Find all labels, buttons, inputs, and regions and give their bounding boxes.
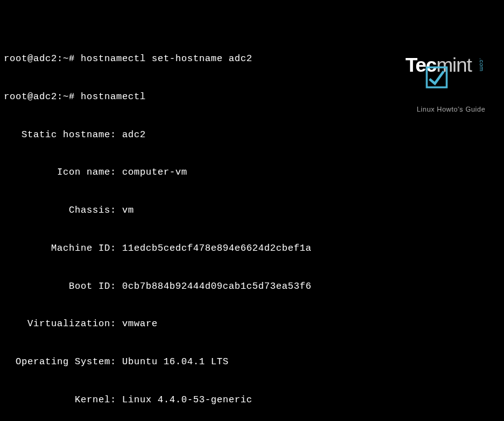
terminal-window[interactable]: Tecmint .com Linux Howto's Guide root@ad…	[0, 0, 504, 421]
tecmint-watermark: Tecmint .com Linux Howto's Guide	[378, 26, 485, 140]
terminal-line: Boot ID: 0cb7b884b92444d09cab1c5d73ea53f…	[4, 281, 500, 293]
terminal-line: Machine ID: 11edcb5cedcf478e894e6624d2cb…	[4, 243, 500, 255]
svg-rect-0	[427, 67, 447, 87]
watermark-tagline: Linux Howto's Guide	[378, 105, 485, 114]
terminal-line: Virtualization: vmware	[4, 318, 500, 331]
terminal-line: Kernel: Linux 4.4.0-53-generic	[4, 394, 500, 407]
terminal-line: Chassis: vm	[4, 205, 500, 217]
watermark-logo-row: Tecmint .com	[378, 52, 485, 79]
tecmint-logo-icon	[378, 54, 401, 76]
terminal-line: Operating System: Ubuntu 16.04.1 LTS	[4, 356, 500, 369]
brand-com: .com	[478, 58, 485, 72]
terminal-line: Icon name: computer-vm	[4, 167, 500, 179]
